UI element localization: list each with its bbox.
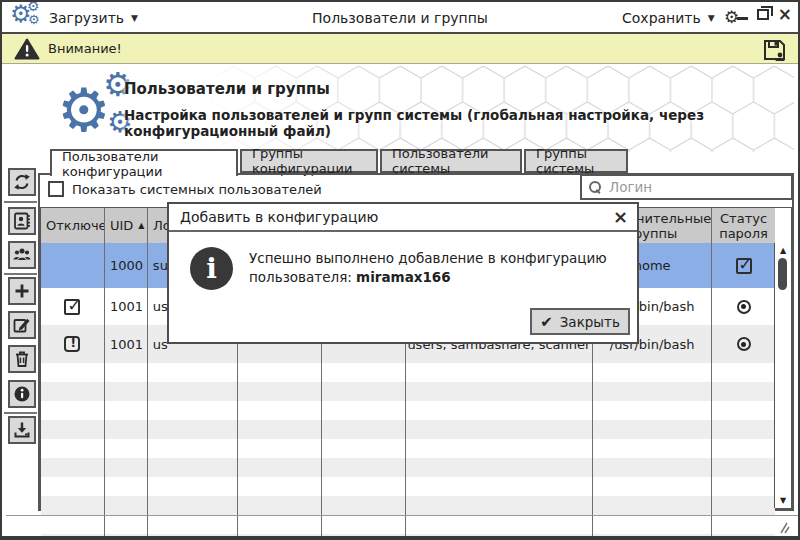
user-card-icon xyxy=(12,211,32,231)
status-bar-separator xyxy=(6,515,798,516)
resize-grip-icon[interactable] xyxy=(775,521,790,534)
import-button[interactable] xyxy=(8,416,36,444)
scrollbar-thumb[interactable] xyxy=(778,258,787,290)
tab-config-groups[interactable]: Группы конфигурации xyxy=(240,149,378,173)
tab-bar: Пользователи конфигурации Группы конфигу… xyxy=(50,149,630,175)
refresh-icon xyxy=(12,172,32,192)
added-username: miramax166 xyxy=(356,269,451,285)
sort-ascending-icon: ▲ xyxy=(138,218,144,233)
panel-frame-right xyxy=(792,173,794,511)
save-menu-button[interactable]: Сохранить ▼ xyxy=(622,2,715,34)
add-button[interactable] xyxy=(8,277,36,305)
scroll-up-arrow[interactable]: ▲ xyxy=(775,244,791,257)
app-window: ⚙ ⚙ ⚙ Загрузить ▼ Пользователи и группы … xyxy=(0,0,800,540)
refresh-button[interactable] xyxy=(8,168,36,196)
user-card-button[interactable] xyxy=(8,207,36,235)
edit-pencil-icon xyxy=(12,315,32,335)
users-group-icon xyxy=(12,245,32,265)
info-icon xyxy=(12,384,32,404)
disabled-warning-icon xyxy=(64,336,80,352)
toolbar-separator xyxy=(4,273,37,275)
dialog-message: Успешно выполнено добавление в конфигура… xyxy=(249,249,607,287)
column-header-disabled[interactable]: Отключен xyxy=(41,208,105,243)
page-title: Пользователи и группы xyxy=(124,80,330,98)
dialog-close-icon[interactable]: × xyxy=(613,206,628,227)
uid-cell: 1001 xyxy=(105,288,148,325)
tab-system-groups[interactable]: Группы системы xyxy=(524,149,628,173)
info-button[interactable] xyxy=(8,380,36,408)
page-subtitle: Настройка пользователей и групп системы … xyxy=(124,107,798,139)
warning-label: Внимание! xyxy=(48,41,122,56)
search-input[interactable] xyxy=(609,179,791,195)
trash-icon xyxy=(12,349,32,369)
toolbar-separator xyxy=(4,201,37,203)
delete-button[interactable] xyxy=(8,345,36,373)
users-group-button[interactable] xyxy=(8,241,36,269)
save-users-floppy-icon[interactable] xyxy=(760,36,788,64)
dialog-message-line2: пользователя: miramax166 xyxy=(249,268,607,287)
info-circle-icon: i xyxy=(190,247,233,290)
show-system-users-label: Показать системных пользователей xyxy=(72,182,322,197)
close-window-button[interactable]: × xyxy=(778,6,792,23)
edit-button[interactable] xyxy=(8,311,36,339)
uid-cell: 1001 xyxy=(105,325,148,363)
download-icon xyxy=(12,420,32,440)
maximize-button[interactable] xyxy=(757,9,769,20)
password-status-dot-icon xyxy=(737,300,751,314)
vertical-scrollbar[interactable]: ▲ ▼ xyxy=(774,243,791,508)
warning-bar: Внимание! xyxy=(2,34,798,64)
disabled-checked-icon xyxy=(64,299,80,315)
minimize-button[interactable] xyxy=(737,17,748,20)
tab-config-users[interactable]: Пользователи конфигурации xyxy=(50,149,238,176)
toolbar-separator xyxy=(4,412,37,414)
window-controls: × xyxy=(737,6,792,23)
empty-rows-area xyxy=(41,363,775,540)
scroll-down-arrow[interactable]: ▼ xyxy=(775,494,791,507)
uid-cell: 1000 xyxy=(105,243,148,288)
show-system-users-checkbox[interactable] xyxy=(48,181,64,197)
plus-icon xyxy=(12,281,32,301)
save-menu-label: Сохранить xyxy=(622,10,701,26)
password-status-checked-icon xyxy=(736,258,752,274)
dialog-message-line1: Успешно выполнено добавление в конфигура… xyxy=(249,249,607,268)
search-icon xyxy=(589,181,601,193)
warning-triangle-icon xyxy=(14,37,40,61)
password-status-dot-icon xyxy=(737,337,751,351)
search-box xyxy=(580,174,793,200)
tab-system-users[interactable]: Пользователи системы xyxy=(380,149,522,173)
check-icon: ✔ xyxy=(540,313,553,331)
dialog-close-button[interactable]: ✔ Закрыть xyxy=(530,308,630,335)
chevron-down-icon: ▼ xyxy=(708,13,715,23)
column-header-uid[interactable]: UID ▲ xyxy=(105,208,148,243)
title-bar: ⚙ ⚙ ⚙ Загрузить ▼ Пользователи и группы … xyxy=(2,2,798,34)
column-header-password-status[interactable]: Статус пароля xyxy=(712,208,775,243)
dialog-title: Добавить в конфигурацию xyxy=(169,204,637,232)
add-to-config-dialog: Добавить в конфигурацию × i Успешно выпо… xyxy=(167,202,639,344)
